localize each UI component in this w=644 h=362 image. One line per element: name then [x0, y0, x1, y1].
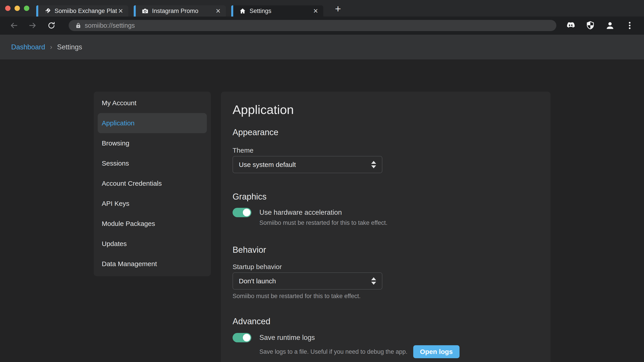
account-icon[interactable] — [605, 20, 616, 31]
save-runtime-logs-toggle[interactable] — [232, 333, 251, 342]
tab-settings[interactable]: Settings × — [231, 5, 323, 16]
url-text: somiibo://settings — [85, 22, 135, 29]
select-arrows-icon — [371, 161, 376, 168]
hardware-acceleration-toggle[interactable] — [232, 208, 251, 217]
sidebar-item-browsing[interactable]: Browsing — [98, 133, 207, 153]
window-minimize-button[interactable] — [14, 5, 20, 11]
save-runtime-logs-row: Save runtime logs — [232, 333, 538, 342]
theme-label: Theme — [232, 146, 538, 154]
graphics-helper-text: Somiibo must be restarted for this to ta… — [260, 219, 538, 226]
appearance-heading: Appearance — [232, 127, 538, 137]
titlebar: Somiibo Exchange Platform × Instagram Pr… — [0, 0, 644, 16]
page-title: Application — [232, 102, 538, 117]
forward-button[interactable] — [28, 20, 38, 30]
tab-close-icon[interactable]: × — [117, 7, 124, 14]
advanced-helper-text: Save logs to a file. Useful if you need … — [260, 348, 408, 355]
new-tab-button[interactable]: + — [333, 3, 343, 15]
window-close-button[interactable] — [5, 5, 10, 11]
tab-close-icon[interactable]: × — [214, 7, 222, 14]
breadcrumb-separator: › — [50, 43, 52, 51]
sidebar-item-my-account[interactable]: My Account — [98, 93, 207, 113]
shield-icon[interactable] — [585, 20, 596, 31]
lock-icon — [75, 22, 82, 29]
toggle-knob — [243, 209, 250, 216]
reload-button[interactable] — [46, 20, 56, 30]
open-logs-button[interactable]: Open logs — [413, 345, 460, 358]
startup-behavior-label: Startup behavior — [232, 263, 538, 271]
window-controls — [5, 5, 29, 11]
breadcrumb: Dashboard › Settings — [0, 34, 644, 59]
home-icon — [239, 7, 246, 14]
discord-icon[interactable] — [565, 20, 576, 31]
tab-instagram-promo[interactable]: Instagram Promo × — [134, 5, 226, 16]
menu-kebab-icon[interactable] — [624, 20, 635, 31]
camera-icon — [142, 7, 148, 14]
sidebar-item-sessions[interactable]: Sessions — [98, 153, 207, 173]
application-settings-card: Application Appearance Theme Use system … — [221, 92, 550, 362]
window-zoom-button[interactable] — [24, 5, 29, 11]
advanced-heading: Advanced — [232, 317, 538, 326]
sidebar-item-updates[interactable]: Updates — [98, 234, 207, 254]
theme-select-value: Use system default — [239, 161, 371, 168]
tab-close-icon[interactable]: × — [312, 7, 319, 14]
toggle-knob — [243, 334, 250, 342]
settings-sidebar: My Account Application Browsing Sessions… — [94, 92, 211, 276]
rocket-icon — [44, 7, 51, 14]
tab-somiibo-exchange[interactable]: Somiibo Exchange Platform × — [36, 5, 128, 16]
graphics-heading: Graphics — [232, 192, 538, 202]
back-button[interactable] — [9, 20, 19, 30]
sidebar-item-application[interactable]: Application — [98, 113, 207, 133]
sidebar-item-account-credentials[interactable]: Account Credentials — [98, 173, 207, 194]
save-runtime-logs-label: Save runtime logs — [260, 334, 315, 342]
startup-behavior-select-value: Don't launch — [239, 277, 371, 285]
sidebar-item-api-keys[interactable]: API Keys — [98, 194, 207, 214]
sidebar-item-module-packages[interactable]: Module Packages — [98, 214, 207, 234]
advanced-helper-row: Save logs to a file. Useful if you need … — [260, 345, 538, 358]
tab-title: Settings — [250, 7, 312, 14]
breadcrumb-dashboard-link[interactable]: Dashboard — [11, 43, 45, 51]
tab-title: Somiibo Exchange Platform — [54, 7, 117, 14]
hardware-acceleration-row: Use hardware acceleration — [232, 208, 538, 217]
behavior-heading: Behavior — [232, 245, 538, 255]
tab-title: Instagram Promo — [152, 7, 214, 14]
browser-toolbar: somiibo://settings — [0, 16, 644, 34]
startup-behavior-select[interactable]: Don't launch — [232, 272, 382, 290]
theme-select[interactable]: Use system default — [232, 156, 382, 173]
url-bar[interactable]: somiibo://settings — [69, 20, 556, 31]
behavior-helper-text: Somiibo must be restarted for this to ta… — [232, 293, 538, 300]
hardware-acceleration-label: Use hardware acceleration — [260, 209, 342, 217]
settings-page: My Account Application Browsing Sessions… — [0, 59, 644, 362]
select-arrows-icon — [371, 277, 376, 285]
tab-strip: Somiibo Exchange Platform × Instagram Pr… — [36, 3, 343, 16]
sidebar-item-data-management[interactable]: Data Management — [98, 254, 207, 274]
breadcrumb-current: Settings — [57, 43, 82, 51]
